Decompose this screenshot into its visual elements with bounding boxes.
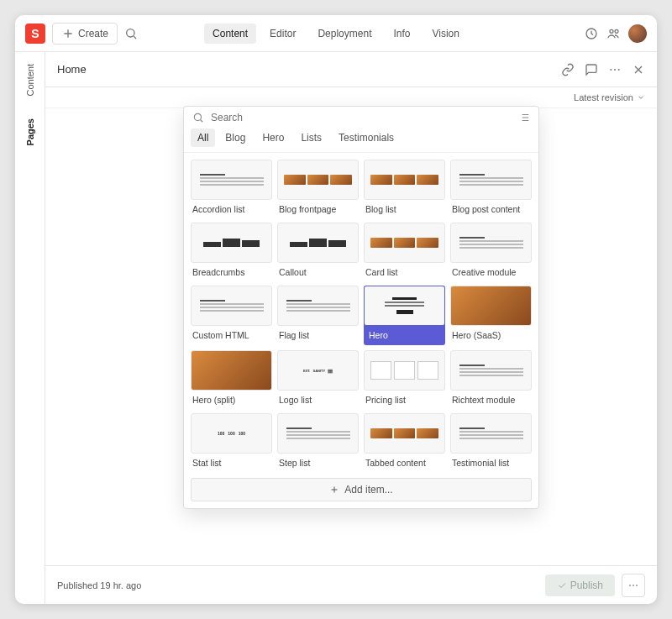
card-thumbnail: EXT.SANITY▓▓ (277, 350, 359, 391)
card-thumbnail (191, 350, 272, 391)
svg-point-4 (614, 69, 616, 71)
card-thumbnail (364, 160, 445, 200)
nav-info[interactable]: Info (385, 24, 418, 44)
add-item-button[interactable]: Add item... (191, 478, 532, 501)
nav-deployment[interactable]: Deployment (309, 24, 380, 44)
revision-selector[interactable]: Latest revision (574, 92, 645, 102)
comment-icon[interactable] (585, 63, 598, 76)
picker-card[interactable]: Pricing list (364, 350, 445, 408)
svg-point-3 (610, 69, 612, 71)
search-icon[interactable] (124, 27, 138, 40)
card-label: Custom HTML (191, 326, 272, 344)
picker-card[interactable]: Accordion list (191, 160, 272, 218)
picker-search-row (184, 107, 538, 129)
card-label: Pricing list (364, 391, 445, 408)
publish-icon (557, 580, 567, 590)
svg-point-0 (127, 29, 134, 36)
picker-card[interactable]: Breadcrumbs (191, 223, 272, 281)
card-label: Accordion list (191, 200, 272, 218)
picker-card[interactable]: Hero (SaaS) (450, 286, 532, 345)
card-label: Step list (277, 454, 359, 471)
picker-card[interactable]: Step list (277, 413, 359, 471)
picker-card[interactable]: Flag list (277, 286, 359, 345)
nav-content[interactable]: Content (204, 24, 256, 44)
picker-tabs: All Blog Hero Lists Testimonials (184, 129, 538, 153)
nav-editor[interactable]: Editor (261, 24, 304, 44)
picker-card[interactable]: Custom HTML (191, 286, 272, 345)
list-view-icon[interactable] (518, 112, 530, 123)
create-button[interactable]: Create (52, 23, 118, 45)
picker-card[interactable]: Richtext module (450, 350, 532, 408)
app-logo[interactable]: S (25, 24, 45, 44)
card-thumbnail (450, 286, 532, 326)
picker-grid: Accordion listBlog frontpageBlog listBlo… (184, 153, 538, 478)
picker-card[interactable]: Card list (364, 223, 445, 281)
card-label: Breadcrumbs (191, 263, 272, 281)
picker-card[interactable]: Blog frontpage (277, 160, 359, 218)
card-label: Hero (364, 326, 445, 345)
picker-tab-lists[interactable]: Lists (294, 129, 328, 147)
picker-tab-all[interactable]: All (191, 129, 215, 147)
user-avatar[interactable] (628, 24, 647, 43)
card-thumbnail: 100100100 (191, 413, 272, 454)
link-icon[interactable] (561, 63, 575, 76)
revision-label: Latest revision (574, 92, 633, 102)
picker-card[interactable]: Creative module (450, 223, 532, 281)
card-label: Testimonial list (450, 454, 532, 471)
footer-bar: Published 19 hr. ago Publish ⋯ (45, 565, 657, 604)
picker-card[interactable]: Hero (364, 286, 445, 345)
publish-button[interactable]: Publish (545, 574, 615, 596)
card-thumbnail (191, 223, 272, 263)
sidetab-content[interactable]: Content (25, 60, 35, 100)
card-thumbnail (364, 413, 445, 454)
card-thumbnail (450, 223, 532, 263)
picker-card[interactable]: Callout (277, 223, 359, 281)
card-thumbnail (364, 286, 445, 326)
document-title: Home (57, 63, 87, 76)
top-actions (585, 24, 647, 43)
published-status: Published 19 hr. ago (57, 580, 141, 590)
card-thumbnail (277, 160, 359, 200)
document-header: Home (45, 52, 657, 87)
nav-vision[interactable]: Vision (423, 24, 467, 44)
card-thumbnail (364, 350, 445, 391)
footer-more-button[interactable]: ⋯ (622, 574, 645, 597)
card-label: Richtext module (450, 391, 532, 408)
picker-card[interactable]: Hero (split) (191, 350, 272, 408)
card-label: Stat list (191, 454, 272, 471)
close-icon[interactable] (632, 63, 645, 76)
users-icon[interactable] (606, 27, 620, 40)
picker-card[interactable]: Blog post content (450, 160, 532, 218)
picker-card[interactable]: Blog list (364, 160, 445, 218)
card-thumbnail (277, 286, 359, 326)
picker-card[interactable]: Testimonial list (450, 413, 532, 471)
card-label: Blog post content (450, 200, 532, 218)
picker-card[interactable]: EXT.SANITY▓▓Logo list (277, 350, 359, 408)
chevron-down-icon (637, 93, 645, 102)
card-thumbnail (191, 160, 272, 200)
card-label: Tabbed content (364, 454, 445, 471)
picker-tab-testimonials[interactable]: Testimonials (332, 129, 401, 147)
card-thumbnail (450, 413, 532, 454)
card-label: Hero (split) (191, 391, 272, 408)
card-label: Blog list (364, 200, 445, 218)
svg-point-6 (194, 113, 201, 120)
create-button-label: Create (78, 28, 108, 39)
card-label: Card list (364, 263, 445, 281)
plus-icon (329, 485, 339, 495)
sidetab-pages[interactable]: Pages (25, 115, 35, 149)
card-label: Logo list (277, 391, 359, 408)
picker-tab-hero[interactable]: Hero (255, 129, 291, 147)
picker-card[interactable]: Tabbed content (364, 413, 445, 471)
card-thumbnail (450, 350, 532, 391)
card-label: Callout (277, 263, 359, 281)
more-icon[interactable] (608, 63, 622, 76)
svg-point-2 (610, 29, 613, 33)
picker-search-input[interactable] (211, 112, 512, 123)
activity-icon[interactable] (585, 27, 598, 40)
app-window: S Create Content Editor Deployment Info … (15, 15, 657, 604)
picker-card[interactable]: 100100100Stat list (191, 413, 272, 471)
card-thumbnail (191, 286, 272, 326)
picker-tab-blog[interactable]: Blog (218, 129, 252, 147)
card-label: Hero (SaaS) (450, 326, 532, 344)
